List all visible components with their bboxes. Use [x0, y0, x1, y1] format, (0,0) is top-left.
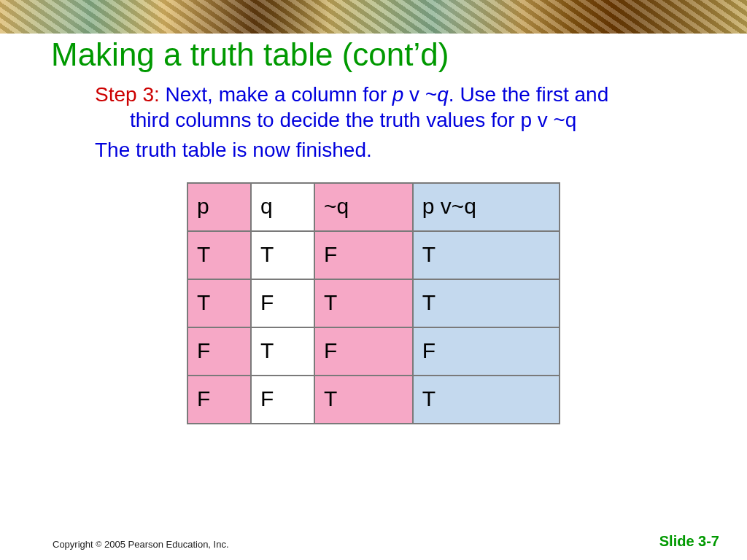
table-row: T T F T: [187, 231, 560, 279]
copyright-symbol-icon: ©: [96, 540, 101, 548]
step-post: . Use the first and: [449, 83, 608, 106]
cell: F: [187, 327, 251, 376]
cell: F: [413, 327, 560, 376]
copyright: Copyright © 2005 Pearson Education, Inc.: [53, 539, 229, 550]
table-row: p q ~q p v~q: [187, 183, 560, 231]
cell: T: [187, 279, 251, 327]
truth-table-wrap: p q ~q p v~q T T F T T F T T F T F F: [187, 182, 560, 424]
step-text-1: Next, make a column for: [166, 83, 392, 106]
slide-title: Making a truth table (cont’d): [51, 36, 449, 73]
cell: T: [413, 376, 560, 424]
cell: F: [314, 327, 413, 376]
slide-body: Step 3: Next, make a column for p v ~q. …: [95, 82, 703, 163]
cell: T: [187, 231, 251, 279]
slide-number: Slide 3-7: [659, 533, 719, 550]
table-row: T F T T: [187, 279, 560, 327]
cell: F: [251, 376, 314, 424]
cell: T: [413, 279, 560, 327]
step-italic-1: p: [392, 83, 404, 106]
cell: T: [314, 376, 413, 424]
table-row: F F T T: [187, 376, 560, 424]
cell: F: [314, 231, 413, 279]
cell: T: [251, 327, 314, 376]
col-header-p: p: [187, 183, 251, 231]
cell: T: [413, 231, 560, 279]
step-mid: v ~: [403, 83, 437, 106]
copyright-pre: Copyright: [53, 539, 96, 550]
cell: T: [314, 279, 413, 327]
slide: Making a truth table (cont’d) Step 3: Ne…: [0, 0, 747, 560]
step-label: Step 3:: [95, 83, 166, 106]
cell: F: [251, 279, 314, 327]
col-header-pvnq: p v~q: [413, 183, 560, 231]
col-header-notq: ~q: [314, 183, 413, 231]
step-line: Step 3: Next, make a column for p v ~q. …: [95, 82, 703, 133]
cell: T: [251, 231, 314, 279]
truth-table: p q ~q p v~q T T F T T F T T F T F F: [187, 182, 560, 424]
step-italic-2: q: [437, 83, 449, 106]
copyright-post: 2005 Pearson Education, Inc.: [104, 539, 229, 550]
col-header-q: q: [251, 183, 314, 231]
table-row: F T F F: [187, 327, 560, 376]
decorative-banner: [0, 0, 747, 34]
footer: Copyright © 2005 Pearson Education, Inc.…: [0, 532, 747, 550]
step-line2: third columns to decide the truth values…: [95, 107, 703, 133]
finished-text: The truth table is now finished.: [95, 137, 703, 163]
cell: F: [187, 376, 251, 424]
